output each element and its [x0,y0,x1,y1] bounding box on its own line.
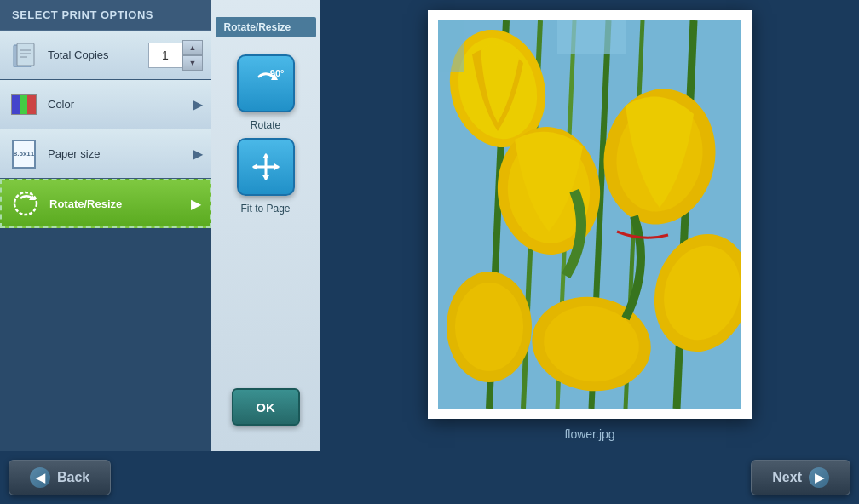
next-button[interactable]: Next ▶ [751,460,850,495]
filename-label: flower.jpg [564,427,614,441]
rotate-button[interactable]: 90° [237,54,295,112]
back-button[interactable]: ◀ Back [9,460,111,495]
copies-label: Total Copies [48,49,148,61]
svg-marker-11 [262,175,269,180]
ok-button[interactable]: OK [232,388,300,426]
svg-rect-1 [17,43,34,66]
copies-input[interactable] [148,43,182,68]
sidebar-item-paper-size[interactable]: 8.5x11 Paper size ▶ [0,129,211,179]
paper-size-label: Paper size [48,147,193,160]
color-icon [9,89,39,120]
svg-marker-10 [262,153,269,158]
rotate-resize-arrow-icon: ▶ [191,196,201,212]
paper-size-icon: 8.5x11 [9,139,39,169]
rotate-resize-label: Rotate/Resize [49,198,191,210]
svg-marker-13 [274,163,280,170]
copies-down-btn[interactable]: ▼ [182,55,203,71]
back-arrow-icon: ◀ [30,467,50,488]
sidebar-item-color[interactable]: Color ▶ [0,80,211,129]
sidebar-title: SELECT PRINT OPTIONS [0,0,211,31]
color-arrow-icon: ▶ [193,96,203,112]
paper-size-arrow-icon: ▶ [193,146,203,162]
preview-area: flower.jpg [320,0,859,451]
panel-tab-label: Rotate/Resize [216,17,316,37]
color-label: Color [48,98,193,111]
sidebar-item-rotate-resize[interactable]: Rotate/Resize ▶ [0,179,211,228]
next-arrow-icon: ▶ [809,467,829,488]
flower-preview-svg [438,20,741,409]
bottom-bar: ◀ Back Next ▶ [0,451,859,504]
image-frame [428,10,752,419]
paper-size-badge: 8.5x11 [14,150,34,158]
fit-to-page-btn-label: Fit to Page [240,203,290,215]
rotate-badge: 90° [270,68,285,78]
sidebar: SELECT PRINT OPTIONS Total Copies ▲ ▼ [0,0,211,451]
rotate-btn-label: Rotate [251,119,280,131]
next-label: Next [772,470,802,485]
fit-to-page-btn-group: Fit to Page [237,138,295,215]
copies-spinner: ▲ ▼ [182,40,203,71]
sidebar-item-copies[interactable]: Total Copies ▲ ▼ [0,31,211,80]
rotate-resize-panel: Rotate/Resize 90° Rotate [211,0,320,451]
rotate-btn-group: 90° Rotate [237,54,295,131]
svg-rect-35 [438,20,741,409]
svg-marker-12 [252,163,257,170]
rotate-resize-icon [10,188,41,219]
fit-to-page-button[interactable] [237,138,295,196]
copies-up-btn[interactable]: ▲ [182,40,203,55]
back-label: Back [57,470,89,485]
copies-icon [9,40,39,71]
